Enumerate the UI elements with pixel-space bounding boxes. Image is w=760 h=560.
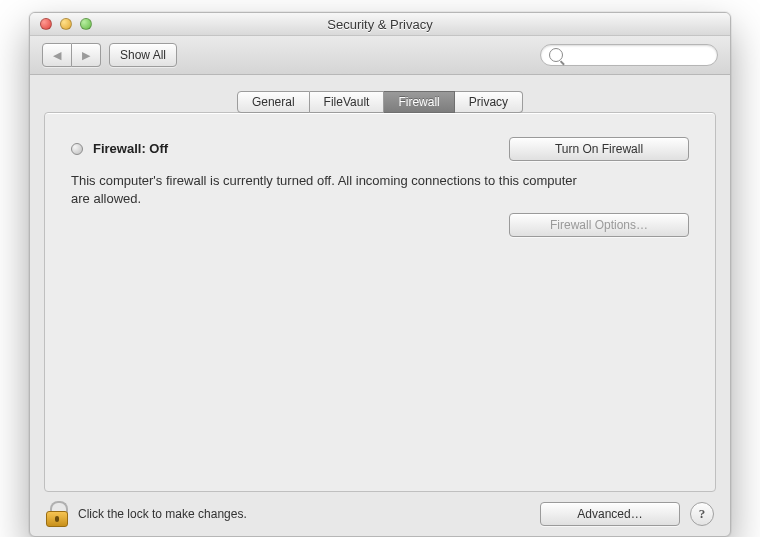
nav-segment: ◀ ▶	[42, 43, 101, 67]
advanced-button[interactable]: Advanced…	[540, 502, 680, 526]
window-title: Security & Privacy	[30, 17, 730, 32]
window-controls	[30, 18, 92, 30]
lock-hint-label: Click the lock to make changes.	[78, 507, 247, 521]
close-window-button[interactable]	[40, 18, 52, 30]
show-all-button[interactable]: Show All	[109, 43, 177, 67]
tab-privacy[interactable]: Privacy	[455, 91, 523, 113]
help-icon: ?	[699, 506, 706, 522]
firewall-panel: Firewall: Off Turn On Firewall This comp…	[44, 112, 716, 492]
window-body: General FileVault Firewall Privacy Firew…	[30, 75, 730, 492]
firewall-options-button[interactable]: Firewall Options…	[509, 213, 689, 237]
help-button[interactable]: ?	[690, 502, 714, 526]
tab-label: Firewall	[398, 95, 439, 109]
search-icon	[549, 48, 563, 62]
zoom-window-button[interactable]	[80, 18, 92, 30]
tab-label: Privacy	[469, 95, 508, 109]
search-input[interactable]	[569, 47, 709, 63]
show-all-label: Show All	[120, 48, 166, 62]
chevron-right-icon: ▶	[82, 50, 90, 61]
forward-button[interactable]: ▶	[72, 43, 101, 67]
firewall-description: This computer's firewall is currently tu…	[71, 172, 591, 207]
button-label: Advanced…	[577, 507, 642, 521]
lock-icon[interactable]	[46, 501, 68, 527]
tab-bar: General FileVault Firewall Privacy	[44, 91, 716, 113]
search-field[interactable]	[540, 44, 718, 66]
preferences-window: Security & Privacy ◀ ▶ Show All General …	[29, 12, 731, 537]
toolbar: ◀ ▶ Show All	[30, 36, 730, 75]
tab-filevault[interactable]: FileVault	[310, 91, 385, 113]
footer: Click the lock to make changes. Advanced…	[30, 492, 730, 536]
button-label: Firewall Options…	[550, 218, 648, 232]
tab-label: General	[252, 95, 295, 109]
turn-on-firewall-button[interactable]: Turn On Firewall	[509, 137, 689, 161]
button-label: Turn On Firewall	[555, 142, 643, 156]
chevron-left-icon: ◀	[53, 50, 61, 61]
tab-general[interactable]: General	[237, 91, 310, 113]
titlebar: Security & Privacy	[30, 13, 730, 36]
tab-firewall[interactable]: Firewall	[384, 91, 454, 113]
tab-label: FileVault	[324, 95, 370, 109]
firewall-status-label: Firewall: Off	[93, 141, 168, 156]
status-indicator-icon	[71, 143, 83, 155]
back-button[interactable]: ◀	[42, 43, 72, 67]
minimize-window-button[interactable]	[60, 18, 72, 30]
